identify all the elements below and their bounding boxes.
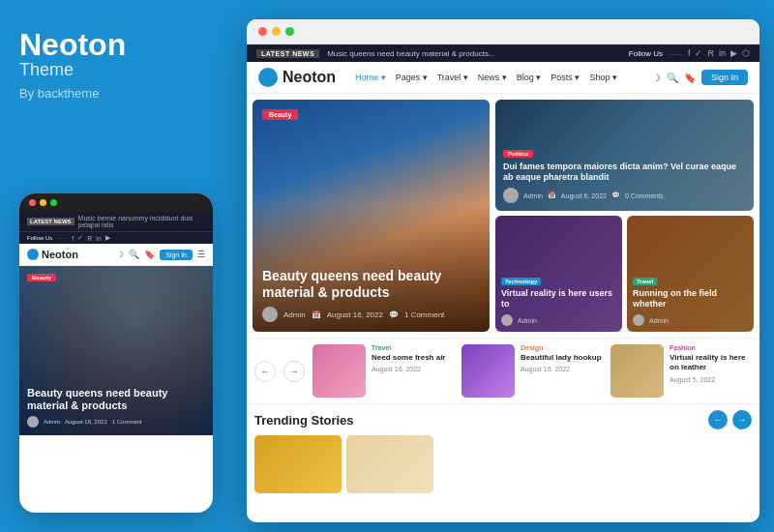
travel-tag: Travel xyxy=(633,278,657,285)
mobile-social-tw: ✓ xyxy=(77,234,83,242)
nav-news[interactable]: News ▾ xyxy=(478,73,507,82)
articles-next-btn[interactable]: → xyxy=(283,361,305,382)
articles-row: ← → Travel Need some fresh air August 16… xyxy=(247,338,759,403)
trending-card-0[interactable] xyxy=(254,435,342,493)
brand-by: By backtheme xyxy=(19,86,221,101)
hero-avatar xyxy=(262,307,278,322)
nav-actions: ☽ 🔍 🔖 Sign In xyxy=(652,70,748,85)
mobile-logo-text: Neoton xyxy=(42,249,78,260)
trending-arrows: ← → xyxy=(708,410,752,429)
article-thumb-2 xyxy=(610,344,664,398)
mobile-hero-text: Beauty queens need beauty material & pro… xyxy=(27,387,205,428)
left-panel: Neoton Theme By backtheme LATEST NEWS Mu… xyxy=(0,0,240,532)
bottom-right-author: Admin xyxy=(649,317,669,324)
mobile-nav: Neoton ☽ 🔍 🔖 Sign In ☰ xyxy=(19,244,213,266)
trending-section: Trending Stories ← → xyxy=(247,403,759,497)
article-card-2[interactable]: Fashion Virtual reality is here on leath… xyxy=(610,344,752,398)
article-date-1: August 16, 2022 xyxy=(521,366,603,372)
social-tw[interactable]: ✓ xyxy=(695,48,702,58)
trending-next-btn[interactable]: → xyxy=(732,410,752,429)
mobile-avatar xyxy=(27,416,39,428)
browser-window: LATEST NEWS Music queens need beauty mat… xyxy=(247,19,759,522)
mobile-dots xyxy=(19,193,213,212)
trending-header: Trending Stories ← → xyxy=(254,410,752,429)
social-fb[interactable]: f xyxy=(688,48,691,58)
social-ig[interactable]: ⬡ xyxy=(742,48,750,58)
mobile-signin-btn[interactable]: Sign In xyxy=(160,250,193,260)
hero-beauty-tag: Beauty xyxy=(262,109,298,120)
top-card-author: Admin xyxy=(523,192,543,199)
hero-left-meta: Admin 📅 August 16, 2022 💬 1 Comment xyxy=(262,307,480,322)
signin-button[interactable]: Sign In xyxy=(701,70,748,85)
hero-left-title: Beauty queens need beauty material & pro… xyxy=(262,268,480,301)
browser-dot-yellow[interactable] xyxy=(272,27,281,36)
article-date-2: August 5, 2022 xyxy=(670,376,752,383)
article-thumb-0 xyxy=(313,344,366,398)
hero-bottom-left-card[interactable]: Technology Virtual reality is here users… xyxy=(495,216,622,332)
article-title-0: Need some fresh air xyxy=(372,353,454,363)
mobile-follow-bar: Follow Us —— f ✓ R in ▶ xyxy=(19,231,213,244)
nav-shop[interactable]: Shop ▾ xyxy=(589,73,617,82)
social-rss[interactable]: R xyxy=(707,48,714,58)
mobile-menu-icon[interactable]: ☰ xyxy=(197,250,205,259)
browser-dot-green[interactable] xyxy=(285,27,294,36)
top-card-date: August 6, 2022 xyxy=(561,192,607,199)
mobile-search-icon[interactable]: 🔍 xyxy=(129,250,139,259)
browser-dot-red[interactable] xyxy=(258,27,267,36)
brand-subtitle: Theme xyxy=(19,60,221,80)
mobile-preview: LATEST NEWS Music bernie nanummy incidid… xyxy=(19,193,213,513)
bottom-left-avatar xyxy=(501,314,513,326)
mobile-logo-circle xyxy=(27,249,39,260)
article-info-0: Travel Need some fresh air August 16, 20… xyxy=(372,344,454,372)
hero-bottom-left-content: Technology Virtual reality is here users… xyxy=(495,216,622,332)
social-li[interactable]: ▶ xyxy=(730,48,737,58)
site-ticker: LATEST NEWS Music queens need beauty mat… xyxy=(247,44,759,62)
logo-text: Neoton xyxy=(283,69,336,86)
hero-bottom-right-card[interactable]: Travel Running on the field whether Admi… xyxy=(627,216,754,332)
nav-home[interactable]: Home ▾ xyxy=(355,73,386,82)
article-info-2: Fashion Virtual reality is here on leath… xyxy=(670,344,752,383)
trending-prev-btn[interactable]: ← xyxy=(708,410,728,429)
nav-travel[interactable]: Travel ▾ xyxy=(437,73,468,82)
hero-date-icon: 📅 xyxy=(312,310,321,319)
mobile-dot-yellow xyxy=(40,199,46,206)
search-icon[interactable]: 🔍 xyxy=(667,73,678,83)
mobile-bookmark-icon[interactable]: 🔖 xyxy=(144,250,155,259)
nav-blog[interactable]: Blog ▾ xyxy=(517,73,542,82)
brand-name: Neoton xyxy=(19,29,221,60)
moon-icon[interactable]: ☽ xyxy=(652,73,661,83)
article-title-1: Beautiful lady hookup xyxy=(521,353,603,363)
nav-pages[interactable]: Pages ▾ xyxy=(396,73,428,82)
nav-posts[interactable]: Posts ▾ xyxy=(551,73,580,82)
browser-bar xyxy=(247,19,759,44)
mobile-social-yt: ▶ xyxy=(105,234,110,242)
hero-top-card[interactable]: Politics Dui fames tempora maiores dicta… xyxy=(495,100,754,211)
articles-prev-btn[interactable]: ← xyxy=(254,361,276,382)
mobile-dot-red xyxy=(29,199,36,206)
site-logo: Neoton xyxy=(258,68,336,87)
politics-tag: Politics xyxy=(503,150,533,158)
hero-right-col: Politics Dui fames tempora maiores dicta… xyxy=(495,100,754,332)
hero-section: Beauty Beauty queens need beauty materia… xyxy=(247,94,759,338)
trending-cards xyxy=(254,435,752,493)
article-date-0: August 16, 2022 xyxy=(372,366,454,372)
mobile-ticker-text: Music bernie nanummy incididunt duis pel… xyxy=(78,215,205,228)
hero-bottom-row: Technology Virtual reality is here users… xyxy=(495,216,754,332)
top-card-comments: 0 Comments xyxy=(625,192,664,199)
bottom-left-title: Virtual reality is here users to xyxy=(501,288,616,310)
bookmark-icon[interactable]: 🔖 xyxy=(684,73,696,83)
article-info-1: Design Beautiful lady hookup August 16, … xyxy=(521,344,603,372)
article-card-0[interactable]: Travel Need some fresh air August 16, 20… xyxy=(313,344,454,398)
social-in[interactable]: in xyxy=(719,48,726,58)
mobile-moon-icon[interactable]: ☽ xyxy=(116,250,124,259)
hero-top-content: Politics Dui fames tempora maiores dicta… xyxy=(495,100,754,211)
mobile-hero-meta: Admin August 16, 2022 1 Comment xyxy=(27,416,205,428)
article-card-1[interactable]: Design Beautiful lady hookup August 16, … xyxy=(461,344,603,398)
bottom-left-author: Admin xyxy=(518,317,537,324)
hero-left-text: Beauty queens need beauty material & pro… xyxy=(262,268,480,322)
mobile-beauty-tag: Beauty xyxy=(27,274,56,281)
trending-card-1[interactable] xyxy=(346,435,433,493)
hero-main-card[interactable]: Beauty Beauty queens need beauty materia… xyxy=(253,100,490,332)
top-card-title: Dui fames tempora maiores dicta anim? Ve… xyxy=(503,162,746,184)
follow-section: Follow Us —— f ✓ R in ▶ ⬡ xyxy=(629,48,750,58)
